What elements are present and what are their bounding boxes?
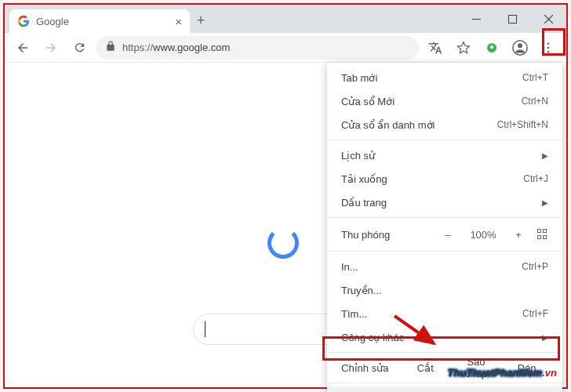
translate-icon[interactable] (424, 36, 447, 60)
svg-point-9 (547, 50, 550, 53)
svg-point-6 (518, 43, 522, 48)
menu-separator (327, 217, 562, 218)
tab-title: Google (36, 16, 169, 27)
forward-button[interactable] (39, 36, 63, 60)
fullscreen-icon[interactable] (537, 229, 548, 240)
browser-tab[interactable]: Google × (9, 9, 190, 33)
menu-bookmarks[interactable]: Dấu trang▶ (327, 191, 562, 214)
minimize-button[interactable] (458, 5, 494, 33)
menu-settings[interactable]: Cài đặt (327, 387, 562, 392)
menu-incognito[interactable]: Cửa sổ ẩn danh mớiCtrl+Shift+N (327, 113, 562, 136)
lock-icon (105, 41, 116, 54)
svg-point-7 (547, 42, 550, 45)
chrome-main-menu: Tab mớiCtrl+T Cửa sổ MớiCtrl+N Cửa sổ ẩn… (327, 63, 562, 392)
svg-rect-1 (508, 15, 516, 23)
submenu-arrow-icon: ▶ (542, 151, 548, 160)
close-window-button[interactable] (530, 5, 566, 33)
menu-find[interactable]: Tìm...Ctrl+F (327, 302, 562, 325)
menu-separator (327, 352, 562, 353)
zoom-label: Thu phóng (341, 229, 429, 241)
titlebar: Google × + (5, 5, 566, 33)
new-tab-button[interactable]: + (190, 8, 212, 33)
edit-label: Chỉnh sửa (341, 362, 396, 374)
google-search-input[interactable] (193, 314, 342, 345)
menu-history[interactable]: Lịch sử▶ (327, 143, 562, 167)
menu-new-tab[interactable]: Tab mớiCtrl+T (327, 66, 562, 89)
menu-downloads[interactable]: Tải xuốngCtrl+J (327, 167, 562, 191)
zoom-in-button[interactable]: + (511, 229, 526, 241)
menu-cut[interactable]: Cắt (404, 362, 447, 374)
url-text: https://www.google.com (122, 42, 409, 53)
bookmark-star-icon[interactable] (452, 36, 475, 60)
menu-more-tools[interactable]: Công cụ khác▶ (327, 325, 562, 349)
zoom-value: 100% (467, 229, 500, 241)
menu-print[interactable]: In...Ctrl+P (327, 255, 562, 278)
extension-idm-icon[interactable] (480, 36, 504, 60)
menu-zoom: Thu phóng – 100% + (327, 221, 562, 248)
menu-cast[interactable]: Truyền... (327, 278, 562, 302)
kebab-menu-button[interactable] (536, 36, 560, 60)
google-favicon-icon (17, 15, 30, 27)
maximize-button[interactable] (494, 5, 530, 33)
submenu-arrow-icon: ▶ (542, 198, 548, 207)
address-bar[interactable]: https://www.google.com (96, 36, 419, 60)
menu-separator (327, 251, 562, 252)
close-tab-icon[interactable]: × (175, 16, 182, 27)
back-button[interactable] (11, 36, 35, 60)
text-caret (205, 321, 205, 337)
window-controls (458, 5, 566, 33)
toolbar: https://www.google.com (5, 33, 566, 63)
menu-separator (327, 140, 562, 140)
svg-point-8 (547, 46, 550, 49)
menu-new-window[interactable]: Cửa sổ MớiCtrl+N (327, 89, 562, 113)
zoom-out-button[interactable]: – (440, 229, 456, 241)
loading-spinner-icon (267, 227, 299, 259)
watermark: ThuThuatPhanMem.vn (448, 361, 557, 381)
submenu-arrow-icon: ▶ (542, 333, 548, 342)
reload-button[interactable] (67, 36, 91, 60)
menu-separator (327, 383, 562, 383)
profile-avatar-icon[interactable] (508, 36, 532, 60)
